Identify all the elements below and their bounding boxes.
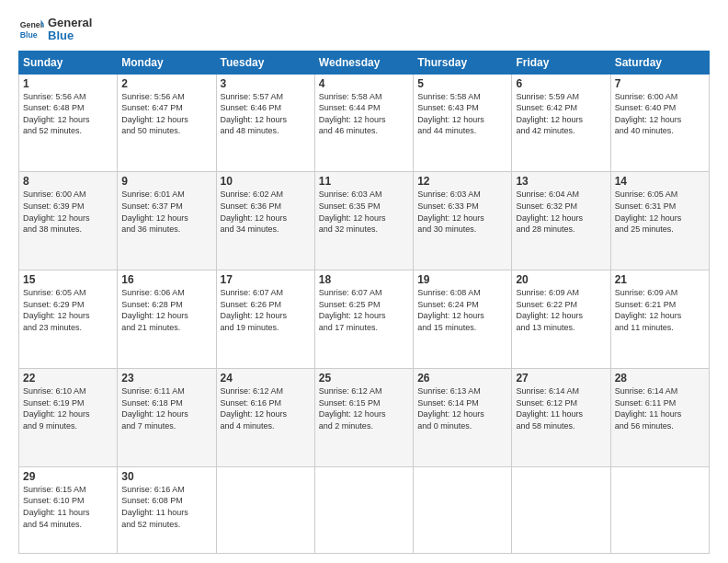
day-number: 21: [615, 273, 705, 286]
calendar-cell: 21Sunrise: 6:09 AMSunset: 6:21 PMDayligh…: [610, 270, 709, 369]
calendar-cell: 26Sunrise: 6:13 AMSunset: 6:14 PMDayligh…: [414, 368, 512, 466]
calendar-cell: 10Sunrise: 6:02 AMSunset: 6:36 PMDayligh…: [216, 172, 314, 270]
calendar-cell: 24Sunrise: 6:12 AMSunset: 6:16 PMDayligh…: [216, 368, 314, 466]
calendar-week-row: 22Sunrise: 6:10 AMSunset: 6:19 PMDayligh…: [19, 368, 710, 466]
cell-daylight-info: Sunrise: 6:00 AMSunset: 6:39 PMDaylight:…: [23, 189, 113, 235]
calendar-cell: [414, 466, 512, 553]
calendar-cell: [216, 466, 314, 553]
calendar-cell: 18Sunrise: 6:07 AMSunset: 6:25 PMDayligh…: [314, 270, 413, 369]
cell-daylight-info: Sunrise: 6:09 AMSunset: 6:22 PMDaylight:…: [516, 287, 606, 333]
cell-daylight-info: Sunrise: 6:00 AMSunset: 6:40 PMDaylight:…: [615, 91, 705, 137]
day-number: 20: [516, 273, 606, 286]
cell-daylight-info: Sunrise: 6:08 AMSunset: 6:24 PMDaylight:…: [417, 287, 507, 333]
col-tuesday: Tuesday: [216, 51, 314, 74]
col-friday: Friday: [512, 51, 610, 74]
cell-daylight-info: Sunrise: 5:56 AMSunset: 6:48 PMDaylight:…: [23, 91, 113, 137]
svg-text:General: General: [20, 21, 44, 30]
day-number: 12: [417, 175, 507, 188]
calendar-cell: [610, 466, 709, 553]
col-monday: Monday: [118, 51, 216, 74]
day-number: 28: [615, 372, 705, 385]
calendar-cell: 19Sunrise: 6:08 AMSunset: 6:24 PMDayligh…: [414, 270, 512, 369]
day-number: 30: [121, 470, 211, 483]
day-number: 5: [417, 77, 507, 90]
cell-daylight-info: Sunrise: 6:03 AMSunset: 6:35 PMDaylight:…: [319, 189, 409, 235]
day-number: 18: [319, 273, 409, 286]
cell-daylight-info: Sunrise: 5:56 AMSunset: 6:47 PMDaylight:…: [121, 91, 211, 137]
calendar-week-row: 8Sunrise: 6:00 AMSunset: 6:39 PMDaylight…: [19, 172, 710, 270]
day-number: 2: [121, 77, 211, 90]
cell-daylight-info: Sunrise: 5:57 AMSunset: 6:46 PMDaylight:…: [221, 91, 311, 137]
cell-daylight-info: Sunrise: 6:05 AMSunset: 6:29 PMDaylight:…: [23, 287, 113, 333]
cell-daylight-info: Sunrise: 6:01 AMSunset: 6:37 PMDaylight:…: [121, 189, 211, 235]
day-number: 1: [23, 77, 113, 90]
cell-daylight-info: Sunrise: 6:14 AMSunset: 6:11 PMDaylight:…: [615, 385, 705, 431]
cell-daylight-info: Sunrise: 5:58 AMSunset: 6:43 PMDaylight:…: [417, 91, 507, 137]
calendar-cell: 15Sunrise: 6:05 AMSunset: 6:29 PMDayligh…: [19, 270, 118, 369]
day-number: 16: [121, 273, 211, 286]
cell-daylight-info: Sunrise: 5:58 AMSunset: 6:44 PMDaylight:…: [319, 91, 409, 137]
col-saturday: Saturday: [610, 51, 709, 74]
day-number: 19: [417, 273, 507, 286]
calendar-cell: 27Sunrise: 6:14 AMSunset: 6:12 PMDayligh…: [512, 368, 610, 466]
calendar-cell: 29Sunrise: 6:15 AMSunset: 6:10 PMDayligh…: [19, 466, 118, 553]
cell-daylight-info: Sunrise: 6:11 AMSunset: 6:18 PMDaylight:…: [121, 385, 211, 431]
calendar-cell: 17Sunrise: 6:07 AMSunset: 6:26 PMDayligh…: [216, 270, 314, 369]
cell-daylight-info: Sunrise: 6:12 AMSunset: 6:16 PMDaylight:…: [221, 385, 311, 431]
day-number: 9: [121, 175, 211, 188]
day-number: 8: [23, 175, 113, 188]
cell-daylight-info: Sunrise: 5:59 AMSunset: 6:42 PMDaylight:…: [516, 91, 606, 137]
calendar-table: Sunday Monday Tuesday Wednesday Thursday…: [18, 51, 710, 554]
logo-icon: General Blue: [18, 17, 44, 42]
day-number: 25: [319, 372, 409, 385]
calendar-cell: 22Sunrise: 6:10 AMSunset: 6:19 PMDayligh…: [19, 368, 118, 466]
header: General Blue General Blue: [18, 17, 710, 43]
day-number: 23: [121, 372, 211, 385]
day-number: 29: [23, 470, 113, 483]
calendar-cell: 14Sunrise: 6:05 AMSunset: 6:31 PMDayligh…: [610, 172, 709, 270]
calendar-cell: 9Sunrise: 6:01 AMSunset: 6:37 PMDaylight…: [118, 172, 216, 270]
cell-daylight-info: Sunrise: 6:13 AMSunset: 6:14 PMDaylight:…: [417, 385, 507, 431]
calendar-cell: 23Sunrise: 6:11 AMSunset: 6:18 PMDayligh…: [118, 368, 216, 466]
cell-daylight-info: Sunrise: 6:15 AMSunset: 6:10 PMDaylight:…: [23, 484, 113, 530]
col-wednesday: Wednesday: [314, 51, 413, 74]
cell-daylight-info: Sunrise: 6:16 AMSunset: 6:08 PMDaylight:…: [121, 484, 211, 530]
calendar-week-row: 1Sunrise: 5:56 AMSunset: 6:48 PMDaylight…: [19, 74, 710, 172]
calendar-cell: 3Sunrise: 5:57 AMSunset: 6:46 PMDaylight…: [216, 74, 314, 172]
cell-daylight-info: Sunrise: 6:10 AMSunset: 6:19 PMDaylight:…: [23, 385, 113, 431]
day-number: 13: [516, 175, 606, 188]
cell-daylight-info: Sunrise: 6:04 AMSunset: 6:32 PMDaylight:…: [516, 189, 606, 235]
calendar-cell: 2Sunrise: 5:56 AMSunset: 6:47 PMDaylight…: [118, 74, 216, 172]
calendar-cell: 8Sunrise: 6:00 AMSunset: 6:39 PMDaylight…: [19, 172, 118, 270]
calendar-cell: 11Sunrise: 6:03 AMSunset: 6:35 PMDayligh…: [314, 172, 413, 270]
day-number: 4: [319, 77, 409, 90]
day-number: 22: [23, 372, 113, 385]
cell-daylight-info: Sunrise: 6:05 AMSunset: 6:31 PMDaylight:…: [615, 189, 705, 235]
day-number: 27: [516, 372, 606, 385]
calendar-week-row: 29Sunrise: 6:15 AMSunset: 6:10 PMDayligh…: [19, 466, 710, 553]
page: General Blue General Blue Sunday Monday …: [0, 0, 728, 563]
day-number: 11: [319, 175, 409, 188]
day-number: 10: [221, 175, 311, 188]
day-number: 7: [615, 77, 705, 90]
day-number: 24: [221, 372, 311, 385]
calendar-cell: 16Sunrise: 6:06 AMSunset: 6:28 PMDayligh…: [118, 270, 216, 369]
logo-wordmark: General Blue: [48, 17, 92, 43]
col-sunday: Sunday: [19, 51, 118, 74]
calendar-week-row: 15Sunrise: 6:05 AMSunset: 6:29 PMDayligh…: [19, 270, 710, 369]
day-number: 26: [417, 372, 507, 385]
calendar-cell: 5Sunrise: 5:58 AMSunset: 6:43 PMDaylight…: [414, 74, 512, 172]
col-thursday: Thursday: [414, 51, 512, 74]
cell-daylight-info: Sunrise: 6:14 AMSunset: 6:12 PMDaylight:…: [516, 385, 606, 431]
cell-daylight-info: Sunrise: 6:06 AMSunset: 6:28 PMDaylight:…: [121, 287, 211, 333]
day-number: 15: [23, 273, 113, 286]
svg-text:Blue: Blue: [20, 30, 38, 40]
calendar-cell: 7Sunrise: 6:00 AMSunset: 6:40 PMDaylight…: [610, 74, 709, 172]
cell-daylight-info: Sunrise: 6:12 AMSunset: 6:15 PMDaylight:…: [319, 385, 409, 431]
cell-daylight-info: Sunrise: 6:03 AMSunset: 6:33 PMDaylight:…: [417, 189, 507, 235]
day-number: 6: [516, 77, 606, 90]
day-number: 17: [221, 273, 311, 286]
cell-daylight-info: Sunrise: 6:07 AMSunset: 6:26 PMDaylight:…: [221, 287, 311, 333]
cell-daylight-info: Sunrise: 6:07 AMSunset: 6:25 PMDaylight:…: [319, 287, 409, 333]
calendar-cell: 20Sunrise: 6:09 AMSunset: 6:22 PMDayligh…: [512, 270, 610, 369]
